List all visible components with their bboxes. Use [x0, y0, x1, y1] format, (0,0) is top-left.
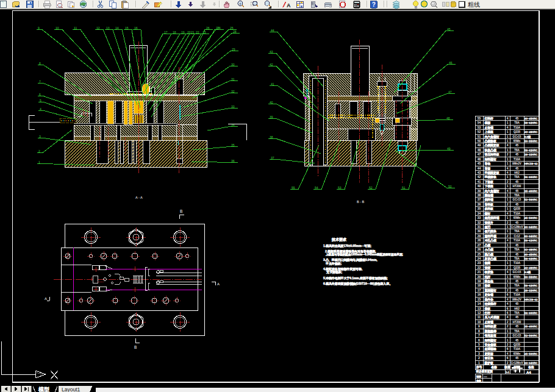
svg-text:45: 45 — [515, 190, 519, 193]
svg-text:41: 41 — [271, 82, 274, 86]
svg-text:6: 6 — [478, 338, 480, 342]
svg-text:HRC58~62: HRC58~62 — [525, 298, 538, 301]
svg-text:65Mn: 65Mn — [514, 276, 521, 279]
svg-text:10: 10 — [56, 26, 59, 30]
svg-text:凸模: 凸模 — [485, 243, 491, 247]
svg-text:58~62HRC: 58~62HRC — [525, 121, 537, 124]
svg-text:10: 10 — [478, 320, 481, 324]
svg-text:压入式模柄: 压入式模柄 — [485, 315, 500, 319]
svg-text:9: 9 — [478, 324, 480, 328]
svg-text:28: 28 — [478, 238, 481, 242]
svg-text:落料凹模: 落料凹模 — [484, 234, 496, 238]
svg-text:圆凸模: 圆凸模 — [485, 252, 494, 257]
svg-text:5: 5 — [40, 99, 41, 102]
svg-text:42: 42 — [478, 175, 481, 179]
svg-text:4: 4 — [507, 352, 509, 355]
svg-text:58~62HRC: 58~62HRC — [525, 257, 537, 260]
svg-text:33: 33 — [231, 105, 235, 109]
svg-text:13: 13 — [478, 307, 481, 310]
svg-text:32: 32 — [478, 221, 481, 224]
svg-text:44: 44 — [271, 29, 274, 32]
svg-text:2: 2 — [507, 321, 509, 324]
svg-text:防护板: 防护板 — [485, 361, 494, 365]
svg-text:16: 16 — [134, 26, 138, 30]
svg-text:1: 1 — [507, 330, 509, 333]
svg-text:37: 37 — [271, 156, 274, 160]
svg-text:1: 1 — [507, 121, 509, 124]
svg-text:T8A: T8A — [514, 248, 520, 251]
svg-text:29: 29 — [232, 48, 235, 51]
svg-text:50~55HRC: 50~55HRC — [525, 140, 537, 143]
svg-text:17: 17 — [478, 288, 481, 292]
svg-text:20: 20 — [478, 275, 481, 279]
svg-text:挡料销: 挡料销 — [484, 198, 494, 202]
svg-text:3: 3 — [39, 135, 41, 138]
svg-text:11: 11 — [478, 315, 481, 319]
svg-text:51: 51 — [402, 186, 406, 190]
svg-text:49: 49 — [447, 147, 451, 151]
svg-text:HT200: HT200 — [513, 185, 521, 188]
svg-text:45: 45 — [515, 316, 519, 319]
svg-text:43~48HRC: 43~48HRC — [525, 248, 537, 251]
svg-text:1: 1 — [507, 216, 509, 219]
svg-text:55: 55 — [478, 116, 481, 120]
svg-text:50: 50 — [478, 139, 481, 143]
svg-text:T8A: T8A — [514, 257, 520, 260]
svg-text:16: 16 — [478, 293, 481, 296]
svg-text:46: 46 — [478, 157, 481, 161]
svg-text:36: 36 — [478, 202, 481, 206]
svg-text:38: 38 — [270, 135, 273, 139]
svg-text:内六角螺钉: 内六角螺钉 — [485, 189, 500, 193]
svg-text:T10A: T10A — [514, 158, 521, 161]
svg-text:4: 4 — [507, 117, 509, 120]
svg-text:38: 38 — [478, 193, 481, 197]
svg-text:内六角螺钉: 内六角螺钉 — [485, 135, 500, 139]
svg-text:14: 14 — [478, 302, 481, 305]
svg-text:7: 7 — [39, 80, 41, 84]
svg-text:2: 2 — [507, 221, 509, 224]
svg-text:15: 15 — [125, 26, 129, 30]
svg-text:侧刃挡块: 侧刃挡块 — [484, 229, 496, 233]
svg-text:GCr15: GCr15 — [513, 198, 521, 201]
svg-text:1: 1 — [507, 230, 509, 233]
svg-text:4: 4 — [507, 190, 509, 193]
svg-text:等高套筒: 等高套筒 — [484, 333, 496, 338]
svg-text:数量: 数量 — [504, 365, 510, 369]
svg-text:25: 25 — [478, 252, 481, 256]
svg-text:28: 28 — [233, 30, 237, 34]
svg-text:定位销: 定位销 — [484, 293, 494, 297]
svg-text:1: 1 — [507, 194, 509, 197]
svg-text:45: 45 — [515, 144, 519, 147]
svg-text:T8A: T8A — [514, 176, 520, 179]
svg-text:45: 45 — [515, 339, 519, 342]
svg-text:41: 41 — [478, 180, 481, 184]
svg-text:53: 53 — [478, 126, 481, 129]
svg-text:1: 1 — [507, 130, 509, 134]
svg-text:T10A: T10A — [514, 239, 521, 242]
svg-text:58~62HRC: 58~62HRC — [525, 284, 537, 287]
svg-text:1: 1 — [507, 176, 509, 179]
svg-text:审核: 审核 — [476, 379, 481, 382]
svg-text:14: 14 — [115, 26, 119, 30]
svg-text:导料板: 导料板 — [485, 202, 494, 207]
svg-text:5.冲裁件毛刺不大于0.1mm,表面不得有划伤缺陷;: 5.冲裁件毛刺不大于0.1mm,表面不得有划伤缺陷; — [323, 276, 388, 280]
svg-text:GCr15: GCr15 — [513, 271, 521, 274]
svg-text:6: 6 — [507, 357, 509, 360]
svg-text:安全侧板: 安全侧板 — [485, 343, 496, 347]
svg-text:凹模固定板: 凹模固定板 — [485, 171, 500, 175]
svg-text:18: 18 — [478, 283, 481, 287]
svg-text:42: 42 — [270, 63, 273, 66]
svg-text:凸模垫板: 凸模垫板 — [485, 139, 496, 143]
svg-text:51: 51 — [478, 135, 481, 138]
svg-text:19: 19 — [478, 279, 481, 283]
svg-text:Cr12: Cr12 — [514, 235, 520, 238]
svg-text:29: 29 — [478, 234, 481, 238]
svg-text:Q235: Q235 — [514, 343, 521, 346]
svg-text:31: 31 — [478, 225, 481, 229]
svg-text:4: 4 — [40, 107, 41, 111]
svg-text:23: 23 — [478, 261, 481, 265]
svg-text:30: 30 — [231, 63, 235, 66]
svg-text:28~32HRC: 28~32HRC — [525, 289, 537, 292]
svg-text:13: 13 — [106, 26, 110, 30]
svg-text:4: 4 — [507, 144, 509, 147]
